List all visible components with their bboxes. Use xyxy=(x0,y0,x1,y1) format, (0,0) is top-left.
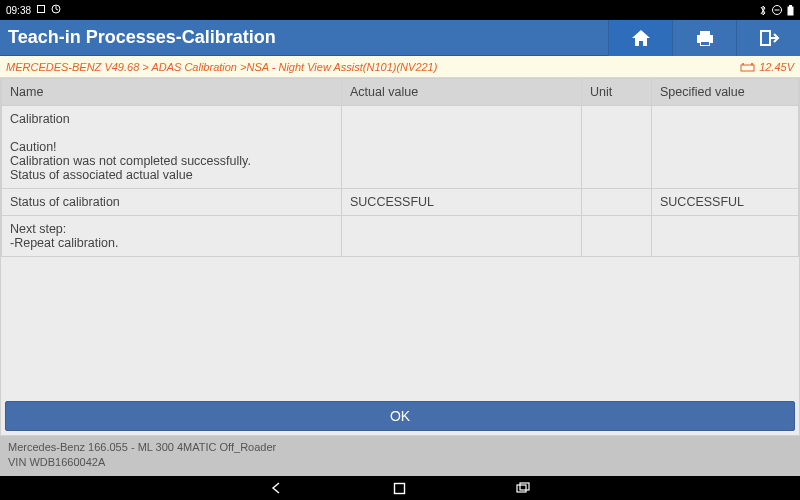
vehicle-info: Mercedes-Benz 166.055 - ML 300 4MATIC Of… xyxy=(0,436,800,476)
cell-name: Calibration Caution! Calibration was not… xyxy=(2,106,342,189)
bluetooth-icon xyxy=(759,5,767,16)
screenshot-icon xyxy=(36,4,46,16)
breadcrumb-bar: MERCEDES-BENZ V49.68 > ADAS Calibration … xyxy=(0,56,800,78)
col-header-spec: Specified value xyxy=(652,79,799,106)
svg-rect-5 xyxy=(788,6,794,15)
android-status-bar: 09:38 xyxy=(0,0,800,20)
svg-rect-6 xyxy=(789,5,792,7)
data-table: Name Actual value Unit Specified value C… xyxy=(1,78,799,257)
cell-spec: SUCCESSFUL xyxy=(652,189,799,216)
print-button[interactable] xyxy=(672,20,736,56)
empty-area xyxy=(1,257,799,397)
vehicle-vin: VIN WDB1660042A xyxy=(8,455,792,470)
cell-spec xyxy=(652,216,799,257)
col-header-actual: Actual value xyxy=(342,79,582,106)
cell-actual xyxy=(342,106,582,189)
svg-rect-12 xyxy=(741,65,754,71)
sync-icon xyxy=(51,4,61,16)
cell-actual: SUCCESSFUL xyxy=(342,189,582,216)
col-header-name: Name xyxy=(2,79,342,106)
cell-spec xyxy=(652,106,799,189)
title-bar: Teach-in Processes-Calibration xyxy=(0,20,800,56)
android-nav-bar xyxy=(0,476,800,500)
table-row: Next step: -Repeat calibration. xyxy=(2,216,799,257)
svg-rect-10 xyxy=(701,42,709,45)
table-row: Status of calibration SUCCESSFUL SUCCESS… xyxy=(2,189,799,216)
svg-rect-20 xyxy=(520,483,529,490)
clock: 09:38 xyxy=(6,5,31,16)
svg-rect-19 xyxy=(517,485,526,492)
battery-voltage: 12.45V xyxy=(740,61,794,73)
cell-unit xyxy=(582,189,652,216)
svg-rect-18 xyxy=(395,483,405,493)
table-row: Calibration Caution! Calibration was not… xyxy=(2,106,799,189)
col-header-unit: Unit xyxy=(582,79,652,106)
page-title: Teach-in Processes-Calibration xyxy=(0,27,608,48)
recent-apps-button[interactable] xyxy=(516,482,531,494)
battery-icon xyxy=(787,5,794,16)
breadcrumb: MERCEDES-BENZ V49.68 > ADAS Calibration … xyxy=(6,61,437,73)
cell-actual xyxy=(342,216,582,257)
content-area: Name Actual value Unit Specified value C… xyxy=(0,78,800,436)
svg-rect-1 xyxy=(38,6,44,12)
home-button[interactable] xyxy=(608,20,672,56)
back-button[interactable] xyxy=(269,481,283,495)
ok-button[interactable]: OK xyxy=(5,401,795,431)
cell-name: Status of calibration xyxy=(2,189,342,216)
svg-rect-11 xyxy=(761,31,770,45)
exit-button[interactable] xyxy=(736,20,800,56)
cell-name: Next step: -Repeat calibration. xyxy=(2,216,342,257)
svg-rect-8 xyxy=(700,31,710,35)
home-nav-button[interactable] xyxy=(393,482,406,495)
table-header-row: Name Actual value Unit Specified value xyxy=(2,79,799,106)
vehicle-model: Mercedes-Benz 166.055 - ML 300 4MATIC Of… xyxy=(8,440,792,455)
cell-unit xyxy=(582,216,652,257)
cell-unit xyxy=(582,106,652,189)
dnd-icon xyxy=(772,5,782,15)
